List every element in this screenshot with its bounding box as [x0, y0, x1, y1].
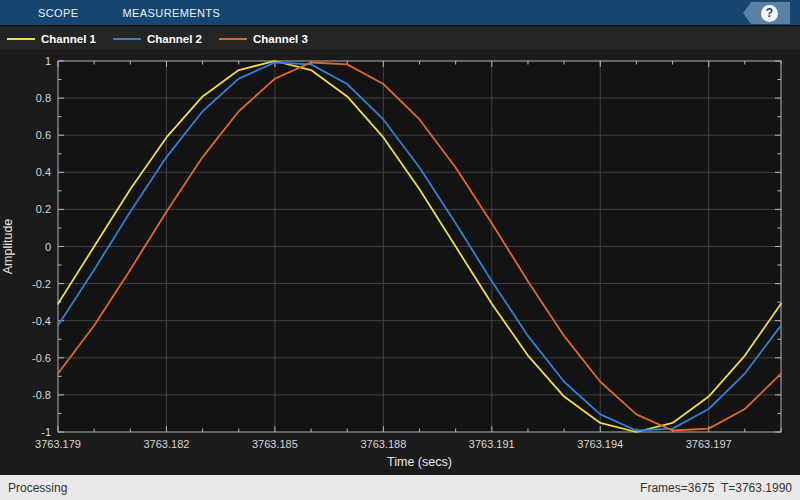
- x-tick-label: 3763.197: [686, 438, 732, 450]
- help-icon: ?: [761, 5, 778, 22]
- legend-label: Channel 3: [253, 33, 308, 45]
- x-tick-label: 3763.182: [144, 438, 190, 450]
- legend-label: Channel 2: [147, 33, 202, 45]
- x-tick-label: 3763.188: [360, 438, 406, 450]
- y-axis-label: Amplitude: [1, 219, 15, 275]
- legend-item-channel-3[interactable]: Channel 3: [219, 33, 308, 45]
- y-tick-label: 0.2: [36, 203, 51, 215]
- y-tick-label: 0.6: [36, 129, 51, 141]
- legend-line-swatch: [113, 38, 141, 40]
- y-tick-label: 0.8: [36, 92, 51, 104]
- legend-line-swatch: [219, 38, 247, 40]
- help-button[interactable]: ?: [743, 2, 790, 24]
- y-tick-label: 0: [45, 241, 51, 253]
- y-tick-label: -0.8: [32, 389, 51, 401]
- waveform-chart: -1-0.8-0.6-0.4-0.200.20.40.60.813763.179…: [0, 52, 800, 475]
- figure-area: -1-0.8-0.6-0.4-0.200.20.40.60.813763.179…: [0, 52, 800, 475]
- x-tick-label: 3763.191: [469, 438, 515, 450]
- frame-counter: Frames=3675 T=3763.1990: [640, 481, 792, 495]
- y-tick-label: -0.6: [32, 352, 51, 364]
- y-tick-label: 1: [45, 55, 51, 67]
- legend-item-channel-1[interactable]: Channel 1: [7, 33, 96, 45]
- tab-measurements[interactable]: MEASUREMENTS: [123, 0, 221, 25]
- y-tick-label: -0.4: [32, 315, 51, 327]
- x-tick-label: 3763.185: [252, 438, 298, 450]
- y-tick-label: 0.4: [36, 166, 51, 178]
- x-tick-label: 3763.194: [577, 438, 623, 450]
- toolbar: SCOPE MEASUREMENTS ?: [0, 0, 800, 26]
- legend-line-swatch: [7, 38, 35, 40]
- legend-item-channel-2[interactable]: Channel 2: [113, 33, 202, 45]
- status-message: Processing: [8, 481, 67, 495]
- y-tick-label: -0.2: [32, 278, 51, 290]
- x-tick-label: 3763.179: [35, 438, 81, 450]
- y-tick-label: -1: [41, 426, 51, 438]
- x-axis-label: Time (secs): [387, 455, 452, 469]
- legend-label: Channel 1: [41, 33, 96, 45]
- tab-scope[interactable]: SCOPE: [38, 0, 79, 25]
- status-bar: Processing Frames=3675 T=3763.1990: [0, 475, 800, 500]
- legend: Channel 1Channel 2Channel 3: [0, 27, 800, 51]
- scope-window: SCOPE MEASUREMENTS ? Channel 1Channel 2C…: [0, 0, 800, 500]
